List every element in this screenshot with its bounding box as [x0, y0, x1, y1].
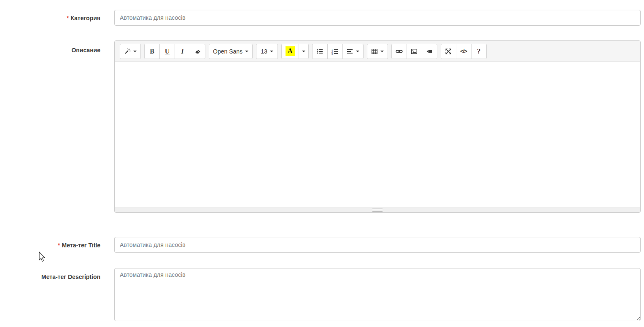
table-group: [367, 44, 388, 59]
help-button[interactable]: ?: [471, 44, 487, 59]
ordered-list-button[interactable]: 1 2 3: [327, 44, 343, 59]
mouse-cursor: [38, 252, 46, 265]
fontname-dropdown-button[interactable]: Open Sans: [209, 44, 253, 59]
bold-icon: B: [150, 48, 154, 55]
fontsize-group: 13: [256, 44, 278, 59]
meta-description-label: Мета-тег Description: [0, 273, 100, 281]
underline-button[interactable]: U: [159, 44, 175, 59]
category-label: *Категория: [0, 14, 100, 22]
code-view-icon: </>: [460, 48, 467, 54]
fontsize-label: 13: [261, 48, 267, 55]
fontsize-dropdown-button[interactable]: 13: [256, 44, 278, 59]
bold-button[interactable]: B: [144, 44, 160, 59]
code-view-button[interactable]: </>: [456, 44, 472, 59]
picture-icon: [411, 48, 418, 55]
chevron-down-icon: [245, 51, 248, 52]
row-divider: [0, 261, 644, 261]
font-color-dropdown-button[interactable]: [299, 44, 309, 59]
resize-handle-icon: [372, 209, 383, 212]
clear-formatting-button[interactable]: [190, 44, 205, 59]
description-editor-content[interactable]: [115, 62, 640, 207]
category-label-text: Категория: [70, 15, 100, 21]
fullscreen-button[interactable]: [441, 44, 456, 59]
chevron-down-icon: [133, 51, 137, 52]
required-marker: *: [67, 15, 69, 21]
unordered-list-icon: [316, 48, 323, 55]
description-label-text: Описание: [71, 47, 100, 54]
magic-style-dropdown-button[interactable]: [120, 44, 141, 59]
meta-title-label: *Мета-тег Title: [0, 241, 100, 249]
table-dropdown-button[interactable]: [367, 44, 388, 59]
chevron-down-icon: [380, 51, 384, 52]
svg-text:3: 3: [331, 53, 333, 55]
insert-group: [391, 44, 437, 59]
chevron-down-icon: [356, 51, 359, 52]
style-group: [120, 44, 141, 59]
video-icon: [426, 48, 433, 55]
table-icon: [371, 48, 378, 55]
category-input[interactable]: [114, 10, 641, 26]
insert-picture-button[interactable]: [407, 44, 422, 59]
editor-toolbar: B U I Open Sans: [115, 41, 640, 62]
underline-icon: U: [165, 48, 170, 55]
unordered-list-button[interactable]: [312, 44, 328, 59]
fullscreen-icon: [445, 48, 452, 55]
editor-resize-statusbar[interactable]: [115, 207, 640, 212]
italic-button[interactable]: I: [175, 44, 190, 59]
magic-wand-icon: [124, 48, 131, 55]
meta-title-label-text: Мета-тег Title: [62, 242, 100, 249]
meta-title-input[interactable]: [114, 237, 641, 253]
required-marker: *: [58, 242, 60, 249]
fontname-group: Open Sans: [209, 44, 253, 59]
row-divider: [0, 33, 644, 33]
meta-description-textarea[interactable]: Автоматика для насосів: [114, 268, 641, 321]
ordered-list-icon: 1 2 3: [331, 48, 338, 55]
font-color-group: A: [281, 44, 309, 59]
help-icon: ?: [477, 47, 481, 56]
chevron-down-icon: [302, 51, 305, 52]
meta-description-label-text: Мета-тег Description: [41, 273, 100, 280]
chevron-down-icon: [270, 51, 273, 52]
description-label: Описание: [0, 46, 100, 54]
insert-video-button[interactable]: [422, 44, 437, 59]
description-editor: B U I Open Sans: [114, 40, 641, 213]
link-icon: [396, 48, 403, 55]
paragraph-group: 1 2 3: [312, 44, 364, 59]
row-divider: [0, 229, 644, 229]
font-color-button[interactable]: A: [281, 44, 299, 59]
insert-link-button[interactable]: [391, 44, 407, 59]
eraser-icon: [194, 48, 201, 55]
paragraph-align-dropdown-button[interactable]: [342, 44, 364, 59]
fontname-label: Open Sans: [213, 48, 243, 55]
view-group: </> ?: [441, 44, 487, 59]
paragraph-align-icon: [347, 48, 353, 55]
italic-icon: I: [181, 48, 183, 55]
font-color-icon: A: [286, 46, 295, 56]
font-style-group: B U I: [144, 44, 205, 59]
